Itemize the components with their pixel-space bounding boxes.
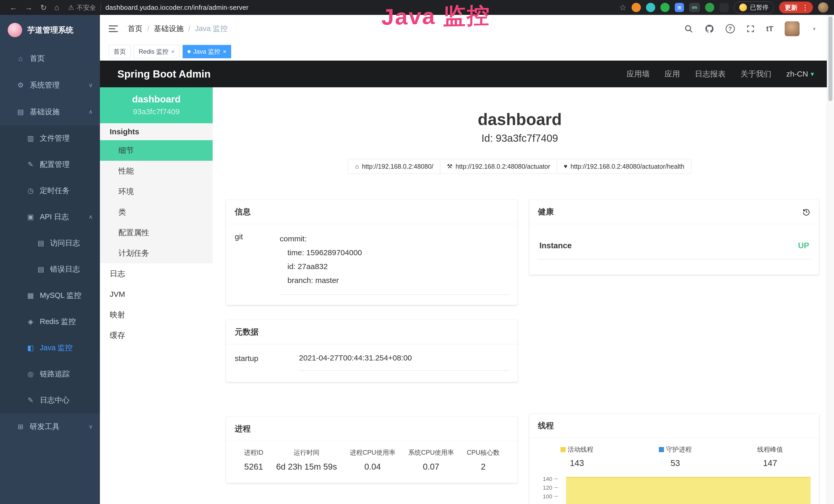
extension-icon-leaf[interactable] — [705, 3, 714, 12]
sidebar-item-redis-monitor[interactable]: ◈ Redis 监控 — [0, 308, 100, 335]
sidebar-item-api-logs[interactable]: ▣ API 日志 ∧ — [0, 204, 100, 230]
app-header: 首页 / 基础设施 / Java 监控 ? tT ▾ — [100, 15, 827, 43]
sba-nav-about[interactable]: 关于我们 — [741, 69, 771, 79]
instance-link-health[interactable]: ♥ http://192.168.0.2:48080/actuator/heal… — [557, 159, 692, 174]
security-warning-icon[interactable]: ⚠ — [68, 4, 74, 12]
security-warning-label[interactable]: 不安全 — [77, 3, 96, 12]
back-icon[interactable]: ← — [9, 3, 17, 12]
target-icon: ◎ — [25, 370, 36, 378]
avatar-caret-icon[interactable]: ▾ — [813, 26, 815, 32]
log-icon: ▣ — [25, 213, 36, 221]
paused-badge[interactable]: 已暂停 — [734, 2, 774, 13]
scrollbar-thumb[interactable] — [828, 17, 832, 101]
browser-menu-icon[interactable]: ⋮ — [802, 3, 809, 12]
reload-icon[interactable]: ↻ — [40, 3, 47, 12]
sba-menu-mappings[interactable]: 映射 — [100, 304, 213, 325]
instance-link-root[interactable]: ⌂ http://192.168.0.2:48080/ — [348, 159, 440, 174]
sba-menu-caches[interactable]: 缓存 — [100, 325, 213, 346]
help-icon[interactable]: ? — [726, 24, 735, 33]
extension-icon-on[interactable]: on — [689, 3, 700, 12]
heart-icon: ♥ — [564, 163, 567, 170]
extensions-puzzle-icon[interactable] — [720, 3, 729, 12]
tab-redis-monitor[interactable]: Redis 监控 × — [134, 45, 179, 58]
metric-value: 0.07 — [408, 462, 454, 472]
sidebar-item-label: 错误日志 — [50, 264, 93, 274]
app-title: 芋道管理系统 — [27, 25, 73, 36]
bookmark-star-icon[interactable]: ☆ — [619, 3, 627, 12]
sidebar-item-java-monitor[interactable]: ◧ Java 监控 — [0, 335, 100, 361]
sba-menu-classes[interactable]: 类 — [100, 202, 213, 222]
font-size-icon[interactable]: tT — [766, 24, 773, 33]
sidebar-item-config-management[interactable]: ✎ 配置管理 — [0, 152, 100, 178]
sidebar-item-log-center[interactable]: ✎ 日志中心 — [0, 387, 100, 413]
instance-header[interactable]: dashboard 93a3fc7f7409 — [100, 87, 213, 123]
sba-menu-performance[interactable]: 性能 — [100, 161, 213, 181]
breadcrumb-home[interactable]: 首页 — [128, 24, 142, 34]
breadcrumb-infrastructure[interactable]: 基础设施 — [154, 24, 184, 34]
close-icon[interactable]: × — [171, 48, 175, 55]
legend-item-live: 活动线程 143 — [561, 445, 593, 468]
metadata-card-header: 元数据 — [226, 320, 518, 344]
sba-brand-title[interactable]: Spring Boot Admin — [117, 68, 211, 80]
instance-name: dashboard — [100, 94, 213, 105]
metadata-row-key: startup — [235, 353, 299, 371]
browser-profile-avatar[interactable] — [818, 2, 828, 13]
close-icon[interactable]: × — [223, 48, 226, 55]
hamburger-icon[interactable] — [109, 25, 118, 32]
app-logo[interactable]: 芋道管理系统 — [0, 15, 100, 45]
instance-link-actuator[interactable]: ⚒ http://192.168.0.2:48080/actuator — [440, 159, 557, 174]
search-icon[interactable] — [684, 24, 693, 33]
sba-menu-jvm[interactable]: JVM — [100, 284, 213, 304]
metric-label: 系统CPU使用率 — [408, 448, 454, 457]
legend-label: 线程峰值 — [757, 445, 783, 454]
sidebar-item-scheduled-tasks[interactable]: ◷ 定时任务 — [0, 178, 100, 204]
sba-nav-wallboard[interactable]: 应用墙 — [627, 69, 650, 79]
extension-icon-green[interactable] — [660, 3, 670, 12]
process-card-title: 进程 — [235, 423, 251, 434]
sba-menu-details[interactable]: 细节 — [100, 140, 213, 161]
forward-icon[interactable]: → — [25, 3, 32, 12]
sidebar-item-label: 定时任务 — [40, 186, 93, 196]
clock-icon: ◷ — [25, 187, 36, 195]
tab-java-monitor[interactable]: Java 监控 × — [183, 45, 231, 58]
browser-home-icon[interactable]: ⌂ — [54, 3, 59, 12]
sba-nav-applications[interactable]: 应用 — [664, 69, 680, 79]
extension-icon-drop[interactable] — [646, 3, 655, 12]
chevron-down-icon: ▾ — [811, 70, 814, 78]
scrollbar[interactable] — [827, 15, 834, 504]
sidebar-item-system-management[interactable]: ⚙ 系统管理 ∨ — [0, 72, 100, 98]
user-avatar[interactable] — [785, 21, 799, 36]
y-tick-100: 100 — [543, 493, 552, 500]
legend-value: 53 — [659, 458, 692, 468]
sba-menu-config-props[interactable]: 配置属性 — [100, 222, 213, 243]
sidebar-item-tracing[interactable]: ◎ 链路追踪 — [0, 361, 100, 387]
table-row: startup 2021-04-27T00:44:31.254+08:00 — [235, 353, 509, 371]
github-icon[interactable] — [705, 24, 714, 33]
sba-menu-logs[interactable]: 日志 — [100, 264, 213, 284]
extension-icon-orange[interactable] — [632, 3, 641, 12]
info-card: 信息 git commit: time: 1596289704000 id: 2… — [226, 200, 518, 305]
history-icon[interactable] — [802, 207, 811, 216]
info-card-header: 信息 — [226, 200, 518, 224]
browser-toolbar-right: ☆ ⊞ on 已暂停 更新 ⋮ — [619, 2, 828, 13]
sba-locale-select[interactable]: zh-CN ▾ — [786, 70, 814, 78]
sidebar-item-dev-tools[interactable]: ⊞ 研发工具 ∨ — [0, 413, 100, 440]
table-row[interactable]: Instance UP — [538, 235, 811, 259]
tab-home[interactable]: 首页 — [109, 45, 131, 58]
sidebar-item-error-logs[interactable]: ▤ 错误日志 — [0, 256, 100, 282]
sba-main: dashboard Id: 93a3fc7f7409 ⌂ http://192.… — [213, 87, 827, 504]
sidebar-item-home[interactable]: ⌂ 首页 — [0, 45, 100, 72]
sidebar-item-infrastructure[interactable]: ▤ 基础设施 ∧ — [0, 98, 100, 125]
sba-menu-scheduled-tasks[interactable]: 计划任务 — [100, 243, 213, 264]
url-text[interactable]: dashboard.yudao.iocoder.cn/infra/admin-s… — [106, 4, 249, 12]
sidebar-item-mysql-monitor[interactable]: ▦ MySQL 监控 — [0, 282, 100, 308]
edit-icon: ✎ — [25, 396, 36, 404]
extension-icon-grid[interactable]: ⊞ — [675, 3, 684, 12]
update-button[interactable]: 更新 ⋮ — [779, 2, 813, 13]
fullscreen-icon[interactable] — [746, 24, 755, 33]
sidebar-item-access-logs[interactable]: ▤ 访问日志 — [0, 230, 100, 256]
sidebar-item-file-management[interactable]: ▥ 文件管理 — [0, 125, 100, 152]
address-bar[interactable]: ⚠ 不安全 dashboard.yudao.iocoder.cn/infra/a… — [68, 3, 248, 12]
sba-menu-environment[interactable]: 环境 — [100, 181, 213, 202]
sba-nav-journal[interactable]: 日志报表 — [695, 69, 726, 79]
